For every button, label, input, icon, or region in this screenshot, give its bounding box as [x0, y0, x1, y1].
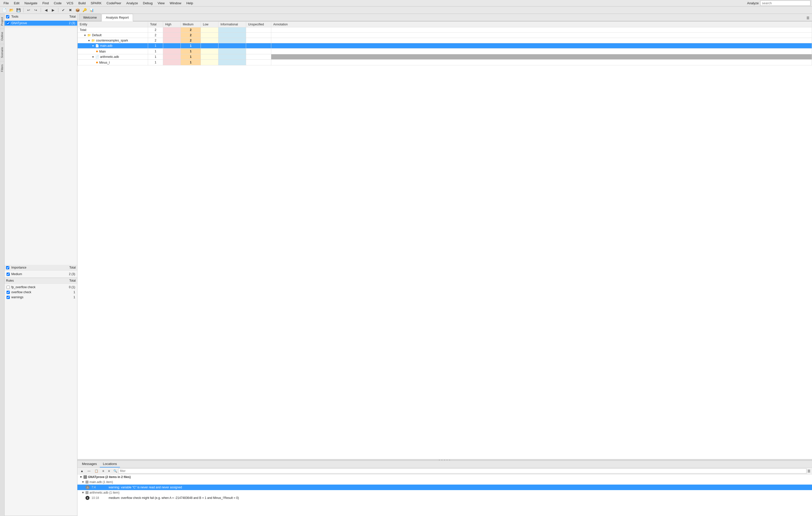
tools-gnatprove-row[interactable]: GNATprove 2 (3)	[4, 21, 77, 26]
msg-item-warning[interactable]: ⚠ 7:4 warning: variable "C" is never rea…	[78, 485, 812, 490]
importance-content: Medium 2 (3)	[4, 270, 77, 278]
table-scroll[interactable]: Entity Total High Medium Low Information…	[78, 21, 812, 459]
table-cell-medium: 2	[181, 38, 201, 43]
th-total: Total	[148, 22, 163, 27]
table-cell-info	[219, 33, 246, 38]
tab-menu-icon[interactable]: ☰	[806, 15, 811, 21]
toolbar-redo[interactable]: ↪	[33, 7, 38, 13]
rules-fp-overflow-label: fp_overflow check	[11, 285, 35, 289]
msg-group-header[interactable]: ▼ GNATprove (2 items in 2 files)	[78, 475, 812, 480]
toolbar-sep-1	[23, 8, 24, 12]
msg-copy-btn[interactable]: 📋	[93, 469, 100, 473]
toolbar-undo[interactable]: ↩	[26, 7, 31, 13]
analysis-table: Entity Total High Medium Low Information…	[78, 21, 812, 65]
table-row[interactable]: Total:22	[78, 27, 812, 33]
table-row[interactable]: ▼📄main.adb11	[78, 43, 812, 49]
entity-label: Total:	[80, 28, 87, 32]
tools-section: Tools Total GNATprove 2 (3)	[4, 14, 77, 27]
menu-view[interactable]: View	[155, 1, 167, 5]
toolbar-cross[interactable]: ✖	[68, 7, 73, 13]
table-row[interactable]: ▼📁counterexamples_spark22	[78, 38, 812, 43]
tab-welcome[interactable]: Welcome	[79, 14, 101, 21]
rules-fp-overflow-checkbox[interactable]	[6, 286, 10, 289]
entity-label: Main	[99, 50, 106, 53]
importance-checkbox[interactable]	[6, 266, 9, 269]
menu-code[interactable]: Code	[52, 1, 64, 5]
side-tab-outline[interactable]: Outline	[0, 29, 4, 44]
tools-gnatprove-checkbox[interactable]	[6, 22, 10, 25]
importance-medium-row[interactable]: Medium 2 (3)	[4, 271, 77, 277]
table-cell-annotation	[271, 27, 812, 33]
menu-file[interactable]: File	[1, 1, 11, 5]
menu-analyze[interactable]: Analyze	[124, 1, 140, 5]
toolbar-open[interactable]: 📂	[8, 7, 14, 13]
tab-analysis-report[interactable]: Analysis Report	[102, 14, 133, 21]
toolbar-back[interactable]: ◀	[43, 7, 49, 13]
side-tab-scenario[interactable]: Scenario	[0, 44, 4, 61]
menu-edit[interactable]: Edit	[12, 1, 21, 5]
menu-help[interactable]: Help	[184, 1, 195, 5]
msg-up-btn[interactable]: ▲	[79, 469, 85, 473]
toolbar-key[interactable]: 🔑	[82, 7, 87, 13]
tab-messages[interactable]: Messages	[79, 461, 100, 467]
rules-overflow-checkbox[interactable]	[6, 291, 10, 294]
table-cell-medium: 1	[181, 49, 201, 54]
table-cell-high	[163, 60, 181, 65]
table-row[interactable]: ▼📁Default22	[78, 33, 812, 38]
msg-dash-btn[interactable]: —	[86, 469, 92, 473]
table-cell-entity: ▼📁Default	[78, 33, 148, 38]
msg-list1-btn[interactable]: ≡	[101, 469, 106, 473]
side-tab-filters[interactable]: Filters	[0, 61, 4, 75]
filter-input[interactable]	[118, 468, 807, 474]
table-cell-total: 1	[148, 54, 163, 60]
menu-vcs[interactable]: VCS	[65, 1, 76, 5]
entity-label: Default	[92, 33, 102, 37]
table-cell-low	[201, 38, 219, 43]
menu-build[interactable]: Build	[77, 1, 88, 5]
toolbar-new[interactable]: 📄	[1, 7, 7, 13]
importance-medium-checkbox[interactable]	[6, 273, 10, 276]
side-tab-project[interactable]: Project	[0, 14, 4, 29]
rules-section: Rules Total fp_overflow check 0 (1) over…	[4, 278, 77, 516]
msg-list2-btn[interactable]: ≡	[107, 469, 111, 473]
rules-warnings-checkbox[interactable]	[6, 296, 10, 299]
folder-icon: 📁	[87, 33, 91, 37]
tab-locations[interactable]: Locations	[100, 461, 120, 467]
menu-window[interactable]: Window	[168, 1, 183, 5]
table-row[interactable]: ●Main11	[78, 49, 812, 54]
table-cell-info	[219, 60, 246, 65]
file-icon: 📄	[95, 55, 99, 59]
toolbar-forward[interactable]: ▶	[50, 7, 56, 13]
menu-codepeer[interactable]: CodePeer	[105, 1, 123, 5]
importance-total-label: Total	[69, 266, 76, 269]
table-cell-low	[201, 60, 219, 65]
toolbar-save[interactable]: 💾	[16, 7, 21, 13]
msg-sub-header-arith[interactable]: ▼ arithmetic.adb (1 item)	[78, 490, 812, 495]
msg-item-medium[interactable]: ● 10:18 medium: overflow check might fai…	[78, 495, 812, 501]
tab-bar: Welcome Analysis Report ☰	[78, 14, 812, 21]
msg-sub-header-main[interactable]: ▼ main.adb (1 item)	[78, 480, 812, 485]
left-spacer	[4, 27, 77, 265]
rules-overflow-row[interactable]: overflow check 1	[4, 290, 77, 295]
sub-icon-arith	[85, 491, 88, 494]
menu-spark[interactable]: SPARK	[89, 1, 104, 5]
rules-warnings-label: warnings	[11, 295, 23, 299]
toolbar-check[interactable]: ✔	[61, 7, 66, 13]
rules-overflow-label: overflow check	[11, 290, 31, 294]
toolbar-chart[interactable]: 📊	[89, 7, 94, 13]
menu-debug[interactable]: Debug	[141, 1, 154, 5]
toolbar-package[interactable]: 📦	[75, 7, 80, 13]
rules-warnings-row[interactable]: warnings 1	[4, 295, 77, 300]
rules-fp-overflow-row[interactable]: fp_overflow check 0 (1)	[4, 285, 77, 290]
msg-menu-icon[interactable]: ☰	[808, 469, 811, 473]
tools-checkbox[interactable]	[6, 15, 9, 18]
table-row[interactable]: ▼📄arithmetic.adb11	[78, 54, 812, 60]
sub-arrow-arith: ▼	[82, 491, 84, 494]
table-row[interactable]: ●Minus_I11	[78, 60, 812, 65]
menu-find[interactable]: Find	[40, 1, 51, 5]
search-input[interactable]	[760, 0, 811, 6]
tools-gnatprove-label: GNATprove	[11, 21, 27, 25]
menu-navigate[interactable]: Navigate	[22, 1, 39, 5]
row-arrow: ▼	[88, 39, 90, 42]
table-cell-high	[163, 54, 181, 60]
